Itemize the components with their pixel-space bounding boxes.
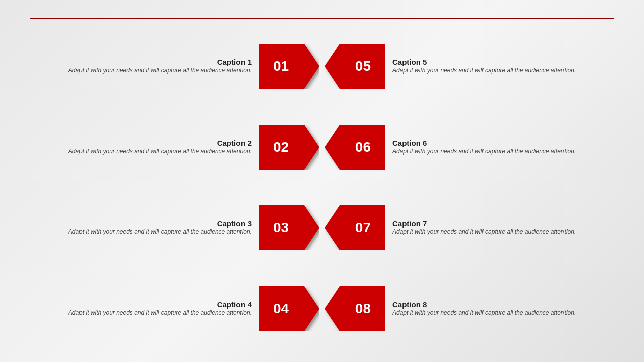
caption-left-2: Caption 2 Adapt it with your needs and i… <box>30 139 257 156</box>
svg-marker-6 <box>259 286 319 331</box>
arrow-number-4: 04 <box>273 301 289 317</box>
arrow-number-8: 08 <box>355 301 371 317</box>
arrow-svg-right-1 <box>259 44 319 89</box>
arrow-svg-right-2 <box>259 125 319 170</box>
caption-text-6: Adapt it with your needs and it will cap… <box>392 147 614 156</box>
arrow-number-2: 02 <box>273 139 289 155</box>
caption-title-8: Caption 8 <box>392 300 614 309</box>
caption-right-8: Caption 8 Adapt it with your needs and i… <box>387 300 614 317</box>
title-underline <box>30 18 614 19</box>
caption-title-1: Caption 1 <box>30 58 252 66</box>
arrow-number-7: 07 <box>355 220 371 236</box>
caption-right-5: Caption 5 Adapt it with your needs and i… <box>387 58 614 75</box>
arrow-left-7: 07 <box>325 205 385 250</box>
arrow-right-2: 02 <box>259 125 319 170</box>
caption-text-7: Adapt it with your needs and it will cap… <box>392 228 614 236</box>
arrow-left-6: 06 <box>325 125 385 170</box>
slide: Caption 1 Adapt it with your needs and i… <box>0 0 644 362</box>
header <box>30 15 614 19</box>
caption-title-4: Caption 4 <box>30 300 252 309</box>
arrow-number-1: 01 <box>273 58 289 74</box>
arrow-number-6: 06 <box>355 139 371 155</box>
caption-title-3: Caption 3 <box>30 219 252 228</box>
content-grid: Caption 1 Adapt it with your needs and i… <box>30 28 614 347</box>
caption-title-5: Caption 5 <box>392 58 614 66</box>
caption-left-3: Caption 3 Adapt it with your needs and i… <box>30 219 257 236</box>
caption-text-4: Adapt it with your needs and it will cap… <box>30 309 252 317</box>
arrow-right-3: 03 <box>259 205 319 250</box>
svg-marker-0 <box>259 44 319 89</box>
caption-text-5: Adapt it with your needs and it will cap… <box>392 66 614 75</box>
caption-title-2: Caption 2 <box>30 139 252 147</box>
caption-text-2: Adapt it with your needs and it will cap… <box>30 147 252 156</box>
caption-title-7: Caption 7 <box>392 219 614 228</box>
caption-left-1: Caption 1 Adapt it with your needs and i… <box>30 58 257 75</box>
caption-text-3: Adapt it with your needs and it will cap… <box>30 228 252 236</box>
caption-left-4: Caption 4 Adapt it with your needs and i… <box>30 300 257 317</box>
arrow-svg-right-4 <box>259 286 319 331</box>
arrow-number-3: 03 <box>273 220 289 236</box>
svg-marker-4 <box>259 205 319 250</box>
caption-right-7: Caption 7 Adapt it with your needs and i… <box>387 219 614 236</box>
caption-text-1: Adapt it with your needs and it will cap… <box>30 66 252 75</box>
caption-right-6: Caption 6 Adapt it with your needs and i… <box>387 139 614 156</box>
caption-text-8: Adapt it with your needs and it will cap… <box>392 309 614 317</box>
arrow-left-8: 08 <box>325 286 385 331</box>
arrow-left-5: 05 <box>325 44 385 89</box>
arrow-right-4: 04 <box>259 286 319 331</box>
arrow-svg-right-3 <box>259 205 319 250</box>
svg-marker-2 <box>259 125 319 170</box>
caption-title-6: Caption 6 <box>392 139 614 147</box>
arrow-number-5: 05 <box>355 58 371 74</box>
arrow-right-1: 01 <box>259 44 319 89</box>
